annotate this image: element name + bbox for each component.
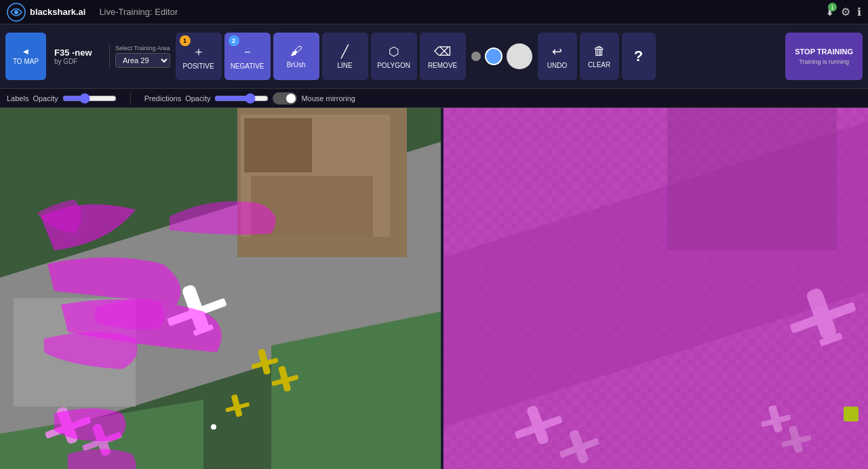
undo-icon: ↩ xyxy=(552,44,562,59)
logo-text: blackshark.ai xyxy=(30,7,85,17)
negative-badge: 2 xyxy=(229,35,239,46)
training-area-selector: Select Training Area Area 29 xyxy=(115,45,170,68)
training-area-select[interactable]: Area 29 xyxy=(115,53,170,68)
brush-button[interactable]: 🖌 BrUsh xyxy=(273,33,319,80)
opacity-label-right: Opacity xyxy=(185,94,210,102)
negative-button[interactable]: 2 － NEGATIVE xyxy=(224,33,271,80)
right-panel-predictions[interactable] xyxy=(443,108,868,469)
logo: blackshark.ai xyxy=(7,3,85,22)
toolbar: ◀ TO MAP F35 -new by GDF Select Training… xyxy=(0,24,868,89)
predictions-section: Predictions Opacity Mouse mirroring xyxy=(144,92,355,105)
positive-button[interactable]: 1 ＋ POSITIVE xyxy=(176,33,222,80)
predictions-label: Predictions xyxy=(144,94,181,102)
positive-icon: ＋ xyxy=(193,43,205,60)
clear-button[interactable]: 🗑 CLEAR xyxy=(580,33,619,80)
nav-icons: ⬇ 1 ⚙ ℹ xyxy=(825,5,861,18)
arrow-left-icon: ◀ xyxy=(23,48,28,55)
download-button[interactable]: ⬇ 1 xyxy=(825,5,834,18)
opacity-label-left: Opacity xyxy=(33,94,58,102)
cursor xyxy=(211,424,216,430)
labels-label: Labels xyxy=(7,94,28,102)
to-map-button[interactable]: ◀ TO MAP xyxy=(5,33,46,80)
divider xyxy=(130,92,131,105)
trash-icon: 🗑 xyxy=(593,44,606,58)
toggle-knob xyxy=(286,94,296,103)
opacity-slider-left[interactable] xyxy=(62,93,117,104)
logo-icon xyxy=(7,3,26,22)
satellite-view xyxy=(0,108,441,469)
remove-button[interactable]: ⌫ REMOVE xyxy=(420,33,466,80)
stop-training-button[interactable]: STOP TRAINING Training is running xyxy=(785,33,863,80)
brush-size-selector xyxy=(469,43,535,69)
training-status: Training is running xyxy=(799,58,849,65)
editor-title: Live-Training: Editor xyxy=(99,7,178,17)
download-badge: 1 xyxy=(828,3,837,12)
svg-rect-46 xyxy=(844,407,859,421)
eraser-icon: ⌫ xyxy=(434,44,451,59)
mouse-mirroring-toggle[interactable] xyxy=(273,92,297,105)
positive-badge: 1 xyxy=(180,35,191,46)
brush-size-large[interactable] xyxy=(507,43,532,69)
predictions-view xyxy=(443,108,868,469)
left-panel-satellite[interactable] xyxy=(0,108,441,469)
labels-bar: Labels Opacity Predictions Opacity Mouse… xyxy=(0,89,868,108)
opacity-slider-right[interactable] xyxy=(214,93,269,104)
negative-icon: － xyxy=(241,43,254,60)
training-area-label: Select Training Area xyxy=(115,45,170,52)
info-button[interactable]: ℹ xyxy=(857,5,861,18)
svg-rect-34 xyxy=(667,108,837,250)
polygon-button[interactable]: ⬡ POLYGON xyxy=(371,33,417,80)
svg-point-1 xyxy=(14,10,18,14)
line-icon: ╱ xyxy=(341,44,349,59)
brush-size-small[interactable] xyxy=(471,52,481,61)
project-info: F35 -new by GDF xyxy=(49,45,110,68)
settings-icon: ⚙ xyxy=(841,6,850,18)
brush-size-medium[interactable] xyxy=(485,48,502,65)
info-icon: ℹ xyxy=(857,6,861,18)
settings-button[interactable]: ⚙ xyxy=(841,5,850,18)
mouse-mirroring-label: Mouse mirroring xyxy=(301,94,355,102)
main-content xyxy=(0,108,868,469)
line-button[interactable]: ╱ LINE xyxy=(322,33,368,80)
project-name: F35 -new xyxy=(54,48,104,58)
navbar: blackshark.ai Live-Training: Editor ⬇ 1 … xyxy=(0,0,868,24)
polygon-icon: ⬡ xyxy=(389,44,399,59)
help-button[interactable]: ? xyxy=(622,33,656,80)
undo-button[interactable]: ↩ UNDO xyxy=(538,33,577,80)
brush-icon: 🖌 xyxy=(290,44,302,58)
svg-rect-10 xyxy=(244,118,312,172)
labels-section: Labels Opacity xyxy=(7,93,117,104)
project-by: by GDF xyxy=(54,58,104,65)
